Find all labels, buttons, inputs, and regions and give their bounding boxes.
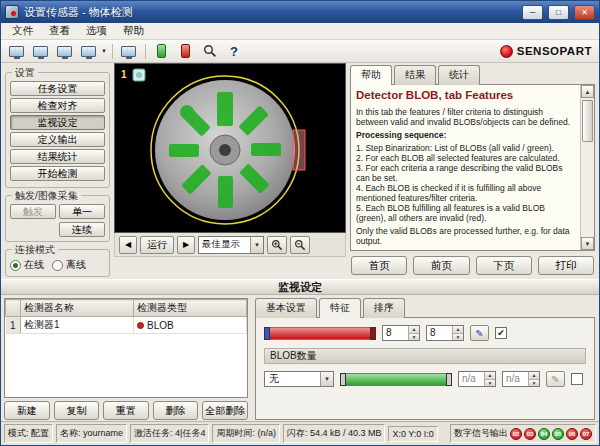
help-panel: 帮助 结果 统计 Detector BLOB, tab Features In … — [346, 63, 599, 279]
search-icon — [203, 44, 217, 58]
sidebar-item-start-detection[interactable]: 开始检测 — [10, 166, 105, 181]
offline-option[interactable]: 离线 — [52, 258, 86, 272]
prev-image-button[interactable]: ◀ — [119, 236, 137, 254]
delete-all-button[interactable]: 全部删除 — [202, 401, 248, 420]
main-area: 设置 任务设置 检查对齐 监视设定 定义输出 结果统计 开始检测 触发/图像采集… — [1, 63, 599, 279]
blob-count-slider[interactable] — [340, 373, 452, 386]
sidebar-item-job-settings[interactable]: 任务设置 — [10, 81, 105, 96]
camera-image[interactable]: 1 — [114, 63, 346, 233]
help-scrollbar[interactable]: ▲ ▼ — [580, 85, 594, 250]
close-button[interactable]: ✕ — [574, 5, 595, 20]
name-column-header[interactable]: 检测器名称 — [21, 300, 134, 317]
zoom-in-button[interactable] — [267, 236, 287, 254]
print-button[interactable]: 打印 — [538, 256, 594, 275]
upload-job-button[interactable] — [53, 42, 75, 61]
previous-page-button[interactable]: 前页 — [413, 256, 469, 275]
tab-basic-settings[interactable]: 基本设置 — [255, 298, 317, 318]
detector-name-cell[interactable]: 检测器1 — [21, 317, 134, 334]
output-led: 02 — [510, 428, 522, 440]
roi-rectangle[interactable] — [293, 130, 305, 170]
new-button[interactable]: 新建 — [4, 401, 50, 420]
start-sensor-button[interactable] — [151, 42, 173, 61]
maximize-button[interactable]: □ — [548, 5, 569, 20]
stop-sensor-button[interactable] — [175, 42, 197, 61]
run-button[interactable]: 运行 — [140, 236, 174, 254]
find-sensor-button[interactable] — [199, 42, 221, 61]
sidebar-item-output-definition[interactable]: 定义输出 — [10, 132, 105, 147]
edit-range-button-disabled[interactable]: ✎ — [546, 371, 565, 387]
help-list-item: 3. For each criteria a range describing … — [356, 163, 575, 183]
blob-count-max-stepper[interactable]: n/a ▲▼ — [502, 371, 540, 387]
scroll-down-icon[interactable]: ▼ — [581, 237, 594, 250]
scroll-up-icon[interactable]: ▲ — [581, 85, 594, 98]
blob-count-mode-dropdown[interactable]: 无 ▼ — [264, 371, 334, 387]
menu-view[interactable]: 查看 — [41, 23, 78, 39]
single-shot-button[interactable]: 单一 — [59, 204, 105, 219]
edit-range-button[interactable]: ✎ — [470, 325, 489, 341]
reset-button[interactable]: 重置 — [103, 401, 149, 420]
download-job-button[interactable] — [77, 42, 99, 61]
tab-features[interactable]: 特征 — [319, 298, 361, 318]
menu-bar: 文件 查看 选项 帮助 — [1, 23, 599, 40]
feature-inactive-checkbox[interactable] — [571, 373, 583, 385]
zoom-mode-dropdown[interactable]: 最佳显示 ▼ — [198, 236, 264, 254]
window-title: 设置传感器 - 物体检测 — [24, 5, 517, 20]
type-column-header[interactable]: 检测器类型 — [134, 300, 247, 317]
blob-count-band: BLOB数量 — [264, 348, 586, 364]
offline-radio[interactable] — [52, 260, 63, 271]
help-paragraph: In this tab the features / filter criter… — [356, 107, 575, 127]
copy-button[interactable]: 复制 — [54, 401, 100, 420]
delete-button[interactable]: 删除 — [153, 401, 199, 420]
tab-sorting[interactable]: 排序 — [363, 298, 405, 318]
status-active-job: 激活任务: 4|任务4 — [130, 424, 209, 443]
first-page-button[interactable]: 首页 — [351, 256, 407, 275]
chevron-down-icon[interactable]: ▼ — [101, 48, 107, 54]
index-column-header — [6, 300, 21, 317]
slider-right-handle[interactable] — [446, 373, 452, 386]
scrollbar-thumb[interactable] — [582, 100, 593, 142]
tab-help[interactable]: 帮助 — [350, 65, 392, 85]
detector-type-cell[interactable]: BLOB — [134, 317, 247, 334]
blob-count-label: BLOB数量 — [270, 349, 317, 363]
spin-up-icon: ▲ — [409, 326, 419, 334]
slider-left-handle[interactable] — [264, 327, 270, 340]
help-button[interactable]: ? — [223, 42, 245, 61]
sidebar-item-result-statistics[interactable]: 结果统计 — [10, 149, 105, 164]
threshold-min-stepper[interactable]: 8 ▲▼ — [382, 325, 420, 341]
chevron-down-icon[interactable]: ▼ — [250, 237, 263, 253]
zoom-out-button[interactable] — [290, 236, 310, 254]
region-marker-label: 1 — [121, 69, 127, 80]
detector-actions: 新建 复制 重置 删除 全部删除 — [4, 401, 248, 420]
trigger-group-title: 触发/图像采集 — [12, 189, 81, 203]
menu-help[interactable]: 帮助 — [115, 23, 152, 39]
slider-left-handle[interactable] — [340, 373, 346, 386]
offline-label: 离线 — [66, 258, 86, 272]
sidebar-item-detector-settings[interactable]: 监视设定 — [10, 115, 105, 130]
blob-count-min-stepper[interactable]: n/a ▲▼ — [458, 371, 496, 387]
threshold-max-stepper[interactable]: 8 ▲▼ — [426, 325, 464, 341]
menu-file[interactable]: 文件 — [4, 23, 41, 39]
minimize-button[interactable]: ─ — [522, 5, 543, 20]
trigger-button[interactable]: 触发 — [10, 204, 56, 219]
sidebar-item-alignment-check[interactable]: 检查对齐 — [10, 98, 105, 113]
threshold-slider[interactable] — [264, 327, 376, 340]
image-recorder-button[interactable] — [118, 42, 140, 61]
slider-right-handle[interactable] — [370, 327, 376, 340]
online-radio[interactable] — [10, 260, 21, 271]
zoom-out-icon — [294, 239, 306, 251]
tab-results[interactable]: 结果 — [394, 65, 436, 85]
chevron-down-icon[interactable]: ▼ — [320, 372, 333, 386]
next-page-button[interactable]: 下页 — [476, 256, 532, 275]
tab-statistics[interactable]: 统计 — [438, 65, 480, 85]
next-image-button[interactable]: ▶ — [177, 236, 195, 254]
online-option[interactable]: 在线 — [10, 258, 44, 272]
camera-scene: 1 — [115, 64, 345, 232]
hand-icon[interactable] — [133, 69, 145, 81]
continuous-button[interactable]: 连续 — [59, 222, 105, 237]
feature-active-checkbox[interactable]: ✔ — [495, 327, 507, 339]
menu-options[interactable]: 选项 — [78, 23, 115, 39]
table-row[interactable]: 1 检测器1 BLOB — [6, 317, 247, 334]
setup-sensor-button[interactable] — [5, 42, 27, 61]
status-cycle-time: 周期时间: (n/a) — [212, 424, 280, 443]
connect-device-button[interactable] — [29, 42, 51, 61]
